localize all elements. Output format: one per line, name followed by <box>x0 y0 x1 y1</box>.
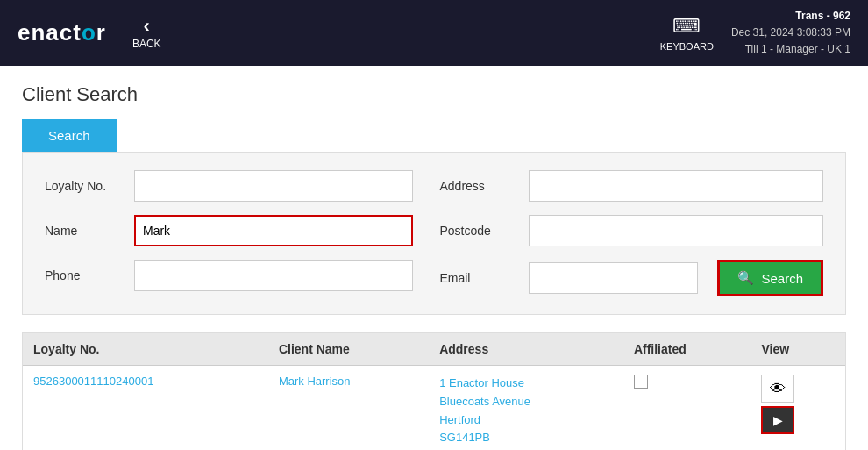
cell-client-name: Mark Harrison <box>268 366 429 451</box>
form-grid: Loyalty No. Name Phone Address <box>45 170 823 296</box>
back-chevron-icon: ‹ <box>144 17 150 36</box>
phone-label: Phone <box>45 268 124 282</box>
address-label: Address <box>439 179 518 193</box>
postcode-input[interactable] <box>529 215 823 246</box>
search-button-label: Search <box>761 271 803 286</box>
address-row: Address <box>439 170 823 202</box>
cell-address: 1 Enactor HouseBluecoats AvenueHertfordS… <box>429 366 623 451</box>
phone-row: Phone <box>45 260 413 291</box>
table-row: 9526300011110240001 Mark Harrison 1 Enac… <box>23 366 845 451</box>
loyalty-row: Loyalty No. <box>45 170 413 202</box>
phone-input[interactable] <box>134 260 413 291</box>
header-left: enactor ‹ BACK <box>18 17 161 50</box>
app-header: enactor ‹ BACK ⌨ KEYBOARD Trans - 962 De… <box>0 0 868 66</box>
search-action-button[interactable]: 🔍 Search <box>717 260 823 296</box>
header-info: Trans - 962 Dec 31, 2024 3:08:33 PM Till… <box>731 8 850 59</box>
col-view: View <box>751 333 845 366</box>
table-header: Loyalty No. Client Name Address Affiliat… <box>23 333 845 366</box>
name-input[interactable] <box>134 215 413 246</box>
col-address: Address <box>429 333 623 366</box>
postcode-row: Postcode <box>439 215 823 246</box>
date-info: Dec 31, 2024 3:08:33 PM <box>731 25 850 41</box>
col-client-name: Client Name <box>268 333 429 366</box>
keyboard-label: KEYBOARD <box>660 41 714 52</box>
name-row: Name <box>45 215 413 246</box>
table-body: 9526300011110240001 Mark Harrison 1 Enac… <box>23 366 845 451</box>
cell-loyalty-no: 9526300011110240001 <box>23 366 268 451</box>
name-label: Name <box>45 224 124 238</box>
col-affiliated: Affiliated <box>623 333 751 366</box>
results-panel: Loyalty No. Client Name Address Affiliat… <box>22 332 846 450</box>
eye-icon: 👁 <box>770 380 786 398</box>
keyboard-button[interactable]: ⌨ KEYBOARD <box>660 15 714 52</box>
header-right: ⌨ KEYBOARD Trans - 962 Dec 31, 2024 3:08… <box>660 8 850 59</box>
email-label: Email <box>439 271 518 285</box>
loyalty-input[interactable] <box>134 170 413 202</box>
back-label: BACK <box>132 38 161 50</box>
email-row: Email 🔍 Search <box>439 260 823 296</box>
form-right-col: Address Postcode Email 🔍 Search <box>439 170 823 296</box>
back-button[interactable]: ‹ BACK <box>132 17 161 50</box>
view-actions: 👁 ▶ <box>761 375 835 434</box>
results-table: Loyalty No. Client Name Address Affiliat… <box>23 333 845 450</box>
view-eye-button[interactable]: 👁 <box>761 375 794 403</box>
client-name-value: Mark Harrison <box>279 375 351 388</box>
search-form-panel: Loyalty No. Name Phone Address <box>22 152 846 315</box>
trans-info: Trans - 962 <box>731 8 850 25</box>
main-content: Client Search Search Loyalty No. Name Ph… <box>0 66 868 450</box>
till-info: Till 1 - Manager - UK 1 <box>731 41 850 58</box>
postcode-label: Postcode <box>439 224 518 238</box>
view-play-button[interactable]: ▶ <box>761 406 794 434</box>
col-loyalty-no: Loyalty No. <box>23 333 268 366</box>
logo-text: enactor <box>18 19 106 46</box>
logo: enactor <box>18 19 106 46</box>
affiliated-checkbox[interactable] <box>634 375 648 389</box>
play-icon: ▶ <box>773 413 783 427</box>
cell-view: 👁 ▶ <box>751 366 845 451</box>
cell-affiliated <box>623 366 751 451</box>
address-input[interactable] <box>529 170 823 202</box>
form-left-col: Loyalty No. Name Phone <box>45 170 413 296</box>
search-magnify-icon: 🔍 <box>737 270 754 286</box>
page-title: Client Search <box>22 83 846 106</box>
address-value: 1 Enactor HouseBluecoats AvenueHertfordS… <box>439 375 613 447</box>
keyboard-icon: ⌨ <box>672 15 701 38</box>
search-tab[interactable]: Search <box>22 119 117 152</box>
loyalty-no-value: 9526300011110240001 <box>33 375 153 388</box>
loyalty-label: Loyalty No. <box>45 179 124 193</box>
email-input[interactable] <box>529 262 698 294</box>
